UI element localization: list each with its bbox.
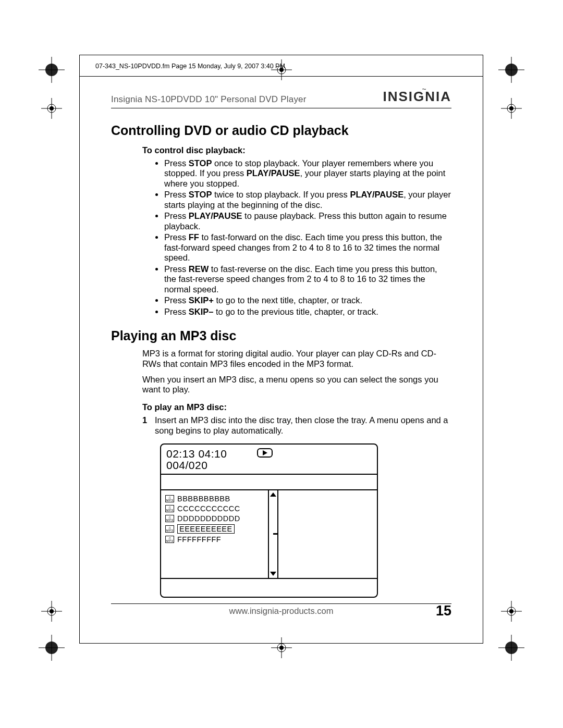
step-item: 1 Insert an MP3 disc into the disc tray,… [142, 415, 451, 436]
paragraph: MP3 is a format for storing digital audi… [142, 349, 451, 369]
mp3-file-icon: MP3 [165, 505, 174, 512]
scroll-down-icon [270, 572, 276, 576]
bullet-item: Press REW to fast-reverse on the disc. E… [164, 264, 451, 294]
header-rule [111, 108, 451, 108]
track-name: BBBBBBBBBB [177, 495, 230, 503]
figure-spacer [161, 475, 377, 490]
figure-right-pane [278, 490, 377, 578]
bullet-item: Press STOP twice to stop playback. If yo… [164, 190, 451, 210]
crop-mark [498, 635, 524, 661]
track-name: FFFFFFFFF [177, 535, 221, 544]
crop-mark [39, 635, 65, 661]
mp3-file-icon: MP3 [165, 525, 174, 533]
section-heading: Playing an MP3 disc [111, 328, 451, 343]
crop-mark [498, 598, 524, 624]
track-row: MP3FFFFFFFFF [165, 535, 265, 544]
frame-rule [80, 76, 483, 77]
page-number: 15 [436, 603, 451, 619]
track-row: MP3CCCCCCCCCCC [165, 504, 265, 513]
mp3-menu-figure: 02:13 04:10 004/020 MP3BBBBBBBBBBMP3CCCC… [160, 443, 378, 598]
track-list: MP3BBBBBBBBBBMP3CCCCCCCCCCCMP3DDDDDDDDDD… [161, 490, 268, 578]
track-name: CCCCCCCCCCC [177, 504, 240, 513]
bullet-item: Press SKIP– to go to the previous title,… [164, 307, 451, 317]
bullet-item: Press SKIP+ to go to the next title, cha… [164, 295, 451, 305]
figure-footer [161, 578, 377, 597]
crop-mark [498, 95, 524, 121]
paragraph: When you insert an MP3 disc, a menu open… [142, 375, 451, 396]
subsection-heading: To play an MP3 disc: [142, 402, 451, 412]
mp3-file-icon: MP3 [165, 536, 174, 543]
step-number: 1 [142, 415, 150, 436]
track-name: EEEEEEEEEE [177, 524, 235, 534]
bullet-item: Press PLAY/PAUSE to pause playback. Pres… [164, 211, 451, 231]
step-list: 1 Insert an MP3 disc into the disc tray,… [142, 415, 451, 436]
bullet-item: Press FF to fast-forward on the disc. Ea… [164, 232, 451, 263]
product-title: Insignia NS-10PDVDD 10" Personal DVD Pla… [111, 94, 307, 105]
brand-logo: ~INSIGNIA [383, 89, 451, 105]
page-frame: 07-343_NS-10PDVDD.fm Page 15 Monday, Jul… [79, 55, 483, 644]
scroll-thumb [269, 497, 277, 572]
crop-mark [39, 598, 65, 624]
crop-mark [39, 57, 65, 83]
step-text: Insert an MP3 disc into the disc tray, t… [155, 415, 451, 436]
track-row: MP3DDDDDDDDDDD [165, 514, 265, 523]
bullet-item: Press STOP once to stop playback. Your p… [164, 158, 451, 189]
scrollbar [268, 490, 278, 578]
page-meta: 07-343_NS-10PDVDD.fm Page 15 Monday, Jul… [95, 63, 285, 70]
footer-rule [111, 603, 451, 604]
track-name: DDDDDDDDDDD [177, 514, 240, 523]
track-row: MP3EEEEEEEEEE [165, 524, 265, 534]
bullet-list: Press STOP once to stop playback. Your p… [164, 158, 451, 317]
mp3-file-icon: MP3 [165, 495, 174, 502]
play-icon [257, 448, 273, 458]
crop-mark [498, 57, 524, 83]
track-row: MP3BBBBBBBBBB [165, 495, 265, 503]
crop-mark [39, 95, 65, 121]
mp3-file-icon: MP3 [165, 515, 174, 522]
scroll-up-icon [270, 492, 276, 497]
footer-url: www.insignia-products.com [229, 606, 334, 616]
subsection-heading: To control disc playback: [142, 145, 451, 155]
track-counter: 004/020 [166, 459, 372, 472]
section-heading: Controlling DVD or audio CD playback [111, 123, 451, 138]
